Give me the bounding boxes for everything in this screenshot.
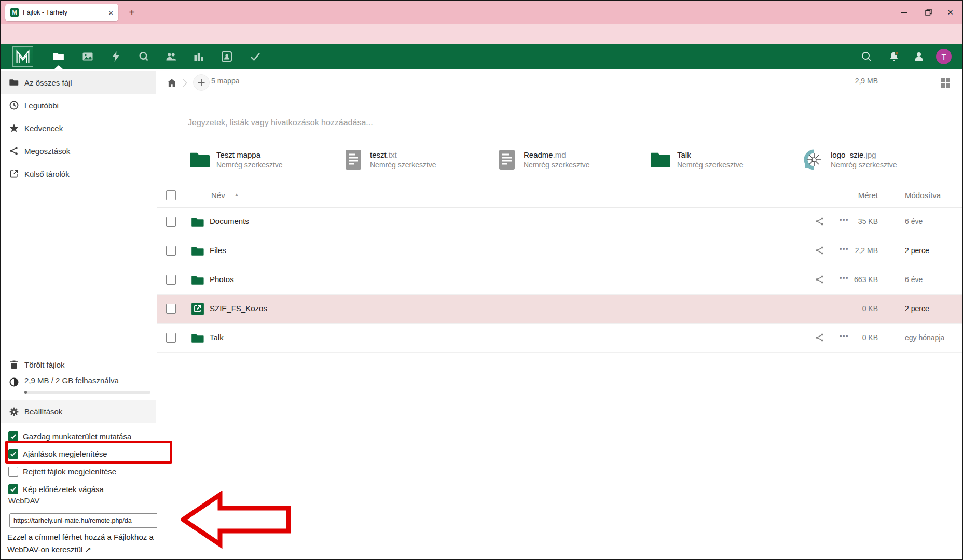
webdav-hint-line2[interactable]: WebDAV-on keresztül ↗ — [7, 545, 91, 554]
contact-card-app-icon[interactable] — [221, 50, 233, 63]
file-modified: egy hónapja — [905, 333, 944, 342]
folder-icon — [191, 273, 204, 287]
file-row[interactable]: Photos ••• 663 KB 6 éve — [157, 265, 962, 295]
analytics-app-icon[interactable] — [192, 50, 205, 63]
photos-app-icon[interactable] — [81, 50, 94, 63]
browser-tab-bar: M Fájlok - Tárhely × + × — [1, 1, 962, 24]
settings-checkbox-row[interactable]: Gazdag munkaterület mutatása — [1, 427, 156, 445]
activity-app-icon[interactable] — [109, 50, 122, 63]
share-button[interactable] — [815, 245, 825, 256]
settings-checkbox-row[interactable]: Rejtett fájlok megjelenítése — [1, 463, 156, 480]
file-row[interactable]: SZIE_FS_Kozos ••• 0 KB 2 perce — [157, 295, 962, 324]
checkbox[interactable] — [8, 431, 18, 441]
user-avatar[interactable]: T — [936, 49, 952, 64]
webdav-url-input[interactable] — [9, 513, 159, 528]
new-tab-button[interactable]: + — [125, 5, 139, 20]
share-button[interactable] — [815, 274, 825, 285]
settings-label: Beállítások — [24, 407, 62, 416]
select-all-checkbox[interactable] — [166, 190, 176, 200]
sidebar-item[interactable]: Az összes fájl — [1, 71, 156, 94]
files-app-icon[interactable] — [52, 50, 65, 63]
tasks-app-icon[interactable] — [249, 50, 262, 63]
file-subtitle: Nemrég szerkesztve — [677, 161, 744, 169]
checkbox-label: Rejtett fájlok megjelenítése — [23, 467, 116, 476]
file-subtitle: Nemrég szerkesztve — [831, 161, 897, 169]
screenshot-root: M Fájlok - Tárhely × + × https://ta — [0, 0, 963, 560]
share-button[interactable] — [815, 216, 825, 227]
checkbox-label: Gazdag munkaterület mutatása — [23, 432, 131, 441]
webdav-hint-line1: Ezzel a címmel férhet hozzá a Fájlokhoz … — [7, 533, 154, 541]
settings-checkbox-row[interactable]: Kép előnézetek vágása — [1, 480, 156, 498]
file-name: Readme.md — [524, 150, 590, 159]
notifications-bell-icon[interactable] — [888, 50, 900, 63]
file-size: 2,2 MB — [826, 246, 878, 255]
file-size: 0 KB — [826, 304, 878, 313]
quota-bar — [24, 391, 150, 394]
checkbox[interactable] — [8, 467, 18, 477]
gear-icon — [9, 407, 19, 417]
file-modified: 6 éve — [905, 275, 923, 284]
file-subtitle: Nemrég szerkesztve — [370, 161, 436, 169]
sidebar-item[interactable]: Legutóbbi — [1, 94, 156, 117]
sidebar-item-label: Az összes fájl — [24, 78, 72, 87]
files-main-content: Jegyzetek, listák vagy hivatkozások hozz… — [157, 69, 962, 559]
checkbox[interactable] — [8, 449, 18, 459]
file-row[interactable]: Talk ••• 0 KB egy hónapja — [157, 324, 962, 353]
sidebar-item-label: Legutóbbi — [24, 101, 59, 110]
files-sidebar: Az összes fájl Legutóbbi Kedvencek Megos… — [1, 69, 156, 559]
sidebar-item[interactable]: Kedvencek — [1, 117, 156, 139]
share-icon — [9, 146, 19, 156]
external-share-folder-icon — [191, 302, 204, 316]
quota-pie-icon — [9, 377, 19, 387]
contacts-menu-icon[interactable] — [913, 50, 925, 63]
recommended-file-card[interactable]: teszt.txt Nemrég szerkesztve — [342, 145, 488, 174]
recommended-file-card[interactable]: Readme.md Nemrég szerkesztve — [496, 145, 642, 174]
folder-icon — [191, 331, 204, 345]
rich-workspace-placeholder[interactable]: Jegyzetek, listák vagy hivatkozások hozz… — [188, 118, 373, 128]
sidebar-item[interactable]: Megosztások — [1, 139, 156, 162]
recommended-file-card[interactable]: Teszt mappa Nemrég szerkesztve — [188, 145, 335, 174]
total-size: 2,9 MB — [826, 77, 878, 85]
row-checkbox[interactable] — [166, 246, 176, 256]
file-size: 35 KB — [826, 217, 878, 226]
tab-close-icon[interactable]: × — [108, 9, 113, 17]
share-button[interactable] — [815, 332, 825, 343]
recommended-file-card[interactable]: logo_szie.jpg Nemrég szerkesztve — [803, 145, 949, 174]
folder-count: 5 mappa — [211, 77, 239, 85]
row-checkbox[interactable] — [166, 333, 176, 343]
browser-tab[interactable]: M Fájlok - Tárhely × — [5, 4, 118, 21]
unified-search-icon[interactable] — [860, 50, 873, 63]
file-name: Talk — [210, 333, 224, 342]
sidebar-item-trash[interactable]: Törölt fájlok — [1, 353, 156, 376]
column-header-size[interactable]: Méret — [826, 191, 878, 200]
file-name: Talk — [677, 150, 744, 159]
file-name: SZIE_FS_Kozos — [210, 304, 267, 313]
quota-text: 2,9 MB / 2 GB felhasználva — [24, 376, 156, 385]
mate-logo[interactable] — [12, 46, 33, 67]
sidebar-item[interactable]: Külső tárolók — [1, 162, 156, 185]
recommended-file-card[interactable]: Talk Nemrég szerkesztve — [649, 145, 795, 174]
file-row[interactable]: Files ••• 2,2 MB 2 perce — [157, 236, 962, 265]
file-row[interactable]: Documents ••• 35 KB 6 éve — [157, 207, 962, 236]
column-header-name[interactable]: Név — [211, 191, 225, 200]
file-name: Teszt mappa — [216, 150, 283, 159]
contacts-app-icon[interactable] — [165, 50, 177, 63]
window-minimize-button[interactable] — [901, 12, 907, 13]
checkbox[interactable] — [8, 484, 18, 494]
row-checkbox[interactable] — [166, 304, 176, 314]
settings-toggle[interactable]: Beállítások — [1, 400, 156, 423]
text-file-icon — [345, 149, 362, 170]
star-icon — [9, 123, 19, 133]
row-checkbox[interactable] — [166, 217, 176, 227]
search-app-icon[interactable] — [137, 50, 150, 63]
window-close-button[interactable]: × — [947, 7, 953, 18]
settings-checkbox-row[interactable]: Ajánlások megjelenítése — [1, 445, 156, 463]
checkbox-label: Ajánlások megjelenítése — [23, 450, 107, 458]
sidebar-item-label: Kedvencek — [24, 124, 63, 133]
sidebar-item-label: Törölt fájlok — [24, 360, 65, 369]
image-thumbnail — [803, 149, 825, 171]
folder-icon — [191, 215, 204, 229]
window-restore-button[interactable] — [925, 9, 932, 16]
column-header-modified[interactable]: Módosítva — [905, 191, 941, 200]
row-checkbox[interactable] — [166, 275, 176, 285]
